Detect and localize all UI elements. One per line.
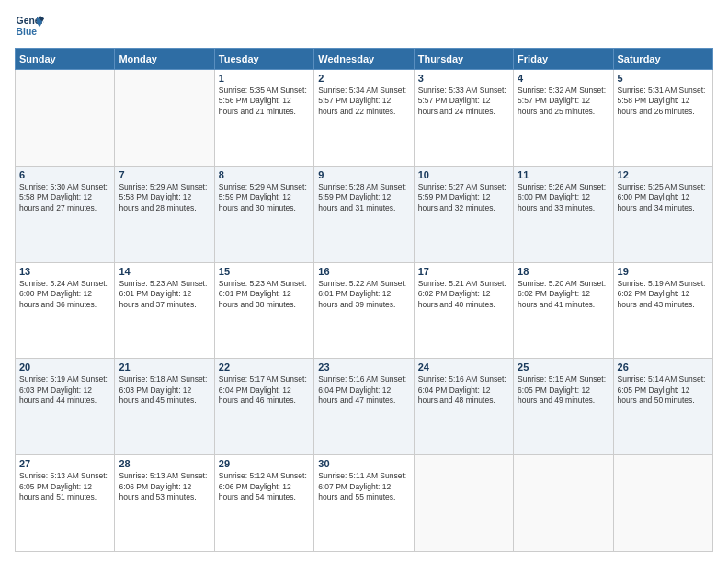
day-number: 6 [19,169,110,180]
day-details: Sunrise: 5:17 AM Sunset: 6:04 PM Dayligh… [219,374,310,406]
calendar-cell: 14Sunrise: 5:23 AM Sunset: 6:01 PM Dayli… [115,262,214,359]
day-number: 11 [518,169,609,180]
calendar-week-row: 13Sunrise: 5:24 AM Sunset: 6:00 PM Dayli… [16,262,713,359]
day-header-tuesday: Tuesday [214,49,313,70]
day-details: Sunrise: 5:13 AM Sunset: 6:05 PM Dayligh… [19,471,110,502]
calendar-cell: 19Sunrise: 5:19 AM Sunset: 6:02 PM Dayli… [613,262,712,359]
calendar-week-row: 1Sunrise: 5:35 AM Sunset: 5:56 PM Daylig… [16,70,713,167]
day-details: Sunrise: 5:30 AM Sunset: 5:58 PM Dayligh… [19,182,110,213]
calendar-table: SundayMondayTuesdayWednesdayThursdayFrid… [15,48,713,552]
calendar-cell [16,70,115,167]
calendar-cell: 12Sunrise: 5:25 AM Sunset: 6:00 PM Dayli… [613,166,712,262]
day-details: Sunrise: 5:23 AM Sunset: 6:01 PM Dayligh… [219,279,310,310]
calendar-cell: 29Sunrise: 5:12 AM Sunset: 6:06 PM Dayli… [214,455,313,552]
day-number: 1 [219,73,310,84]
calendar-cell [115,70,214,167]
calendar-cell: 24Sunrise: 5:16 AM Sunset: 6:04 PM Dayli… [414,359,513,455]
calendar-cell: 21Sunrise: 5:18 AM Sunset: 6:03 PM Dayli… [115,359,214,455]
calendar-cell: 4Sunrise: 5:32 AM Sunset: 5:57 PM Daylig… [514,70,613,167]
day-details: Sunrise: 5:22 AM Sunset: 6:01 PM Dayligh… [318,279,409,310]
day-details: Sunrise: 5:19 AM Sunset: 6:02 PM Dayligh… [618,279,709,310]
day-details: Sunrise: 5:31 AM Sunset: 5:58 PM Dayligh… [618,86,709,117]
day-number: 30 [318,458,409,469]
calendar-cell [414,455,513,552]
logo: General Blue [15,11,44,40]
day-header-friday: Friday [514,49,613,70]
calendar-cell: 13Sunrise: 5:24 AM Sunset: 6:00 PM Dayli… [16,262,115,359]
day-header-sunday: Sunday [16,49,115,70]
day-number: 26 [618,362,709,373]
day-number: 28 [119,458,210,469]
calendar-cell: 10Sunrise: 5:27 AM Sunset: 5:59 PM Dayli… [414,166,513,262]
calendar-cell: 6Sunrise: 5:30 AM Sunset: 5:58 PM Daylig… [16,166,115,262]
day-number: 8 [219,169,310,180]
header: General Blue [15,11,713,40]
day-details: Sunrise: 5:27 AM Sunset: 5:59 PM Dayligh… [418,182,509,213]
day-details: Sunrise: 5:32 AM Sunset: 5:57 PM Dayligh… [518,86,609,117]
calendar-cell: 25Sunrise: 5:15 AM Sunset: 6:05 PM Dayli… [514,359,613,455]
calendar-cell: 2Sunrise: 5:34 AM Sunset: 5:57 PM Daylig… [314,70,414,167]
day-details: Sunrise: 5:21 AM Sunset: 6:02 PM Dayligh… [418,279,509,310]
day-details: Sunrise: 5:23 AM Sunset: 6:01 PM Dayligh… [119,279,210,310]
day-details: Sunrise: 5:11 AM Sunset: 6:07 PM Dayligh… [318,471,409,502]
day-number: 27 [19,458,110,469]
calendar-week-row: 20Sunrise: 5:19 AM Sunset: 6:03 PM Dayli… [16,359,713,455]
calendar-cell: 16Sunrise: 5:22 AM Sunset: 6:01 PM Dayli… [314,262,414,359]
day-details: Sunrise: 5:35 AM Sunset: 5:56 PM Dayligh… [219,86,310,117]
day-details: Sunrise: 5:25 AM Sunset: 6:00 PM Dayligh… [618,182,709,213]
day-number: 12 [618,169,709,180]
day-number: 19 [618,266,709,277]
day-number: 22 [219,362,310,373]
calendar-cell: 1Sunrise: 5:35 AM Sunset: 5:56 PM Daylig… [214,70,313,167]
calendar-cell: 3Sunrise: 5:33 AM Sunset: 5:57 PM Daylig… [414,70,513,167]
calendar-cell: 7Sunrise: 5:29 AM Sunset: 5:58 PM Daylig… [115,166,214,262]
calendar-week-row: 6Sunrise: 5:30 AM Sunset: 5:58 PM Daylig… [16,166,713,262]
calendar-week-row: 27Sunrise: 5:13 AM Sunset: 6:05 PM Dayli… [16,455,713,552]
calendar-cell: 17Sunrise: 5:21 AM Sunset: 6:02 PM Dayli… [414,262,513,359]
calendar-cell: 9Sunrise: 5:28 AM Sunset: 5:59 PM Daylig… [314,166,414,262]
day-number: 18 [518,266,609,277]
day-details: Sunrise: 5:16 AM Sunset: 6:04 PM Dayligh… [418,374,509,406]
day-number: 13 [19,266,110,277]
day-header-wednesday: Wednesday [314,49,414,70]
day-number: 7 [119,169,210,180]
calendar-cell: 23Sunrise: 5:16 AM Sunset: 6:04 PM Dayli… [314,359,414,455]
day-details: Sunrise: 5:26 AM Sunset: 6:00 PM Dayligh… [518,182,609,213]
day-details: Sunrise: 5:20 AM Sunset: 6:02 PM Dayligh… [518,279,609,310]
day-header-monday: Monday [115,49,214,70]
day-details: Sunrise: 5:13 AM Sunset: 6:06 PM Dayligh… [119,471,210,502]
day-details: Sunrise: 5:14 AM Sunset: 6:05 PM Dayligh… [618,374,709,406]
day-number: 9 [318,169,409,180]
day-number: 5 [618,73,709,84]
day-number: 16 [318,266,409,277]
svg-text:Blue: Blue [17,27,38,37]
day-number: 2 [318,73,409,84]
day-number: 15 [219,266,310,277]
day-details: Sunrise: 5:29 AM Sunset: 5:59 PM Dayligh… [219,182,310,213]
day-number: 10 [418,169,509,180]
day-number: 21 [119,362,210,373]
calendar-cell: 8Sunrise: 5:29 AM Sunset: 5:59 PM Daylig… [214,166,313,262]
calendar-cell: 22Sunrise: 5:17 AM Sunset: 6:04 PM Dayli… [214,359,313,455]
calendar-cell: 18Sunrise: 5:20 AM Sunset: 6:02 PM Dayli… [514,262,613,359]
day-number: 23 [318,362,409,373]
calendar-cell [613,455,712,552]
day-number: 29 [219,458,310,469]
calendar-cell: 20Sunrise: 5:19 AM Sunset: 6:03 PM Dayli… [16,359,115,455]
day-number: 14 [119,266,210,277]
calendar-cell: 26Sunrise: 5:14 AM Sunset: 6:05 PM Dayli… [613,359,712,455]
day-details: Sunrise: 5:29 AM Sunset: 5:58 PM Dayligh… [119,182,210,213]
day-details: Sunrise: 5:16 AM Sunset: 6:04 PM Dayligh… [318,374,409,406]
day-number: 3 [418,73,509,84]
day-details: Sunrise: 5:33 AM Sunset: 5:57 PM Dayligh… [418,86,509,117]
day-details: Sunrise: 5:12 AM Sunset: 6:06 PM Dayligh… [219,471,310,502]
calendar-header-row: SundayMondayTuesdayWednesdayThursdayFrid… [16,49,713,70]
day-number: 17 [418,266,509,277]
day-number: 24 [418,362,509,373]
calendar-cell: 11Sunrise: 5:26 AM Sunset: 6:00 PM Dayli… [514,166,613,262]
logo-icon: General Blue [15,11,44,40]
calendar-cell: 15Sunrise: 5:23 AM Sunset: 6:01 PM Dayli… [214,262,313,359]
calendar-cell: 30Sunrise: 5:11 AM Sunset: 6:07 PM Dayli… [314,455,414,552]
day-number: 25 [518,362,609,373]
calendar-cell: 27Sunrise: 5:13 AM Sunset: 6:05 PM Dayli… [16,455,115,552]
